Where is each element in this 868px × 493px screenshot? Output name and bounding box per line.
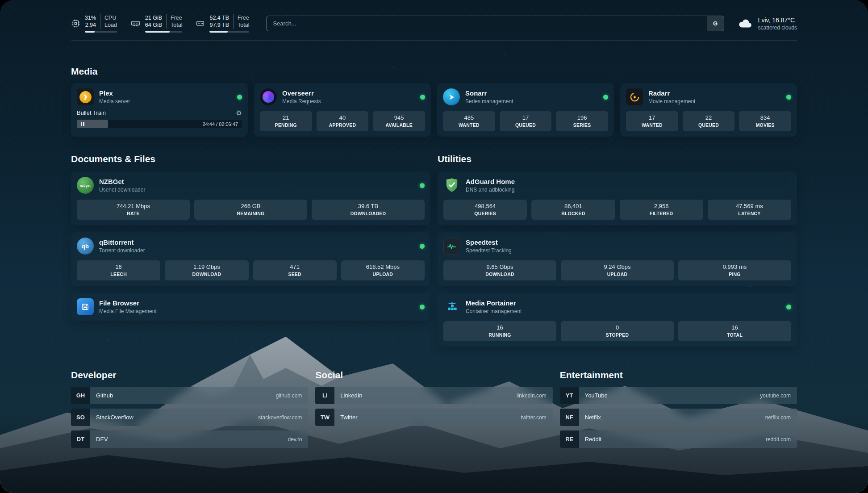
filebrowser-card-header: File Browser Media File Management bbox=[77, 298, 425, 315]
bookmark-abbr: NF bbox=[560, 409, 579, 426]
bookmark-name: Github bbox=[90, 392, 113, 399]
now-playing-title: Bullet Train bbox=[77, 109, 106, 116]
section-title-entertainment: Entertainment bbox=[560, 370, 797, 380]
bookmark-url: netflix.com bbox=[765, 414, 797, 421]
weather-location: Lviv, 16.87°C bbox=[758, 17, 797, 24]
nzbget-card-header: nzbget NZBGet Usenet downloader bbox=[77, 177, 425, 194]
stat-download: 9.65 Gbps DOWNLOAD bbox=[443, 260, 556, 280]
qbittorrent-card[interactable]: qb qBittorrent Torrent downloader 16 LEE… bbox=[71, 232, 430, 286]
dashboard-screen: 31% 2.94 CPU Load bbox=[0, 0, 868, 493]
app-subtitle: Media File Management bbox=[99, 308, 157, 314]
adguard-card-header: AdGuard Home DNS and adblocking bbox=[443, 177, 791, 194]
section-title-developer: Developer bbox=[71, 370, 308, 380]
search-provider-button[interactable]: G bbox=[707, 16, 724, 31]
plex-card[interactable]: Plex Media server Bullet Train ⚙ 24:44 /… bbox=[71, 83, 248, 137]
bookmark-netflix[interactable]: NF Netflix netflix.com bbox=[560, 409, 797, 426]
app-subtitle: Media Requests bbox=[282, 98, 321, 104]
status-dot bbox=[420, 95, 425, 100]
status-dot bbox=[237, 95, 242, 100]
pause-icon[interactable] bbox=[81, 122, 84, 126]
bookmark-stackoverflow[interactable]: SO StackOverflow stackoverflow.com bbox=[71, 409, 308, 426]
search-input[interactable] bbox=[267, 16, 706, 31]
stat-wanted: 17 WANTED bbox=[626, 111, 678, 131]
bookmark-youtube[interactable]: YT YouTube youtube.com bbox=[560, 387, 797, 404]
app-subtitle: Speedtest Tracking bbox=[466, 247, 512, 254]
ram-widget: 21 GiB 64 GiB Free Total bbox=[130, 14, 183, 33]
cpu-load-label: Load bbox=[104, 21, 117, 29]
app-subtitle: Series management bbox=[465, 98, 513, 104]
ram-free-label: Free bbox=[171, 14, 182, 21]
bookmark-dev[interactable]: DT DEV dev.to bbox=[71, 430, 308, 448]
stat-blocked: 86,401 BLOCKED bbox=[531, 200, 615, 220]
settings-gear-icon[interactable]: ⚙ bbox=[236, 109, 242, 116]
app-subtitle: Media server bbox=[99, 98, 130, 104]
speedtest-card[interactable]: Speedtest Speedtest Tracking 9.65 Gbps D… bbox=[438, 232, 797, 286]
app-name: Plex bbox=[99, 89, 130, 97]
stat-pending: 21 PENDING bbox=[260, 111, 312, 131]
adguard-shield-icon bbox=[443, 177, 460, 194]
stat-approved: 40 APPROVED bbox=[317, 111, 369, 131]
stat-series: 196 SERIES bbox=[556, 111, 608, 131]
ram-icon bbox=[130, 19, 141, 28]
stat-queued: 17 QUEUED bbox=[500, 111, 552, 131]
qbittorrent-card-header: qb qBittorrent Torrent downloader bbox=[77, 238, 425, 255]
radarr-card-header: Radarr Movie management bbox=[626, 88, 791, 105]
stat-running: 16 RUNNING bbox=[443, 321, 556, 341]
plex-card-header: Plex Media server bbox=[77, 88, 242, 105]
stat-rate: 744.21 Mbps RATE bbox=[77, 200, 190, 220]
nzbget-card[interactable]: nzbget NZBGet Usenet downloader 744.21 M… bbox=[71, 171, 430, 225]
bookmark-abbr: YT bbox=[560, 387, 579, 404]
filebrowser-card[interactable]: File Browser Media File Management bbox=[71, 293, 430, 321]
adguard-card[interactable]: AdGuard Home DNS and adblocking 498,564 … bbox=[438, 171, 797, 225]
status-dot bbox=[786, 305, 791, 309]
disk-bar bbox=[209, 31, 249, 33]
bookmark-reddit[interactable]: RE Reddit reddit.com bbox=[560, 430, 797, 448]
plex-icon bbox=[77, 88, 94, 105]
section-title-media: Media bbox=[71, 66, 797, 77]
bookmarks-entertainment: Entertainment YT YouTube youtube.com NF … bbox=[560, 370, 797, 452]
overseerr-icon bbox=[260, 88, 277, 105]
bookmark-url: linkedin.com bbox=[517, 393, 553, 399]
status-dot bbox=[603, 95, 608, 100]
bookmark-name: YouTube bbox=[579, 392, 608, 399]
bookmark-url: stackoverflow.com bbox=[258, 414, 308, 421]
cpu-load-value: 2.94 bbox=[85, 21, 96, 29]
status-dot bbox=[786, 95, 791, 100]
header-divider bbox=[71, 41, 797, 41]
bookmark-name: Reddit bbox=[579, 436, 602, 443]
section-title-utilities: Utilities bbox=[438, 154, 797, 164]
search-bar: G bbox=[266, 16, 724, 31]
stat-queued: 22 QUEUED bbox=[683, 111, 735, 131]
disk-total-value: 97.9 TB bbox=[209, 21, 229, 29]
bookmark-url: reddit.com bbox=[766, 436, 797, 443]
app-name: Speedtest bbox=[466, 238, 512, 246]
stat-wanted: 485 WANTED bbox=[443, 111, 495, 131]
plex-seek-bar[interactable]: 24:44 / 02:06:47 bbox=[77, 120, 242, 128]
stat-seed: 471 SEED bbox=[253, 260, 337, 280]
bookmark-twitter[interactable]: TW Twitter twitter.com bbox=[315, 409, 552, 426]
overseerr-card[interactable]: Overseerr Media Requests 21 PENDING 40 A… bbox=[254, 83, 431, 137]
disk-icon bbox=[196, 19, 205, 28]
bookmark-url: dev.to bbox=[288, 436, 309, 443]
radarr-card[interactable]: Radarr Movie management 17 WANTED 22 QUE… bbox=[620, 83, 797, 137]
speedtest-card-header: Speedtest Speedtest Tracking bbox=[443, 238, 791, 255]
bookmark-name: LinkedIn bbox=[334, 392, 362, 399]
ram-total-value: 64 GiB bbox=[145, 21, 162, 29]
cloud-icon bbox=[737, 18, 753, 29]
app-subtitle: DNS and adblocking bbox=[466, 187, 515, 193]
bookmark-abbr: RE bbox=[560, 430, 579, 448]
stat-download: 1.19 Gbps DOWNLOAD bbox=[165, 260, 248, 280]
app-name: NZBGet bbox=[99, 178, 145, 185]
bookmarks-developer: Developer GH Github github.com SO StackO… bbox=[71, 370, 308, 452]
bookmark-github[interactable]: GH Github github.com bbox=[71, 387, 308, 404]
bookmark-name: DEV bbox=[90, 436, 108, 443]
app-name: File Browser bbox=[99, 299, 157, 307]
bookmark-abbr: SO bbox=[71, 409, 90, 426]
bookmarks-social: Social LI LinkedIn linkedin.com TW Twitt… bbox=[315, 370, 552, 452]
weather-widget: Lviv, 16.87°C scattered clouds bbox=[737, 17, 797, 31]
bookmark-linkedin[interactable]: LI LinkedIn linkedin.com bbox=[315, 387, 552, 404]
portainer-card[interactable]: Media Portainer Container management 16 … bbox=[438, 293, 797, 347]
sonarr-card[interactable]: Sonarr Series management 485 WANTED 17 Q… bbox=[437, 83, 614, 137]
radarr-icon bbox=[626, 88, 643, 105]
bookmark-url: github.com bbox=[276, 393, 309, 399]
